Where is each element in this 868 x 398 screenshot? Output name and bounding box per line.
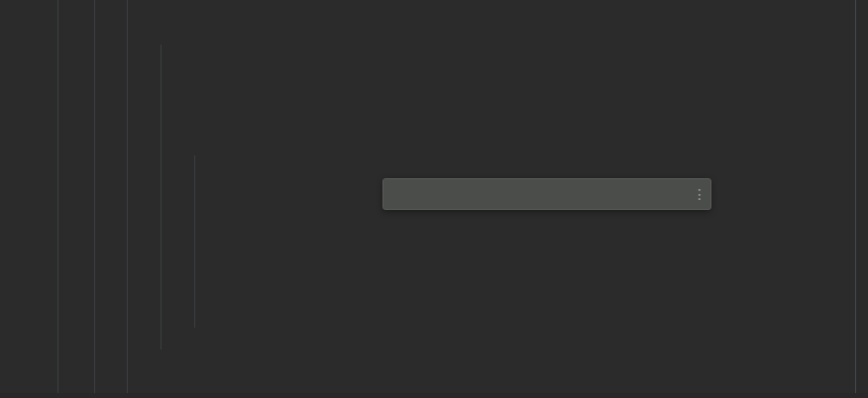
fold-guide-line [57,0,58,393]
indent-guide [161,45,162,349]
indent-guide [194,155,195,328]
error-stripe[interactable] [856,0,868,398]
editor-bottom-edge [0,393,868,398]
error-stripe-border [855,0,856,398]
kebab-menu-icon[interactable]: ⋮ [689,183,710,205]
indent-guide [94,0,95,393]
inspection-tooltip: ⋮ [382,178,711,210]
indent-guide [127,0,128,393]
code-editor: ⋮ [0,0,868,398]
